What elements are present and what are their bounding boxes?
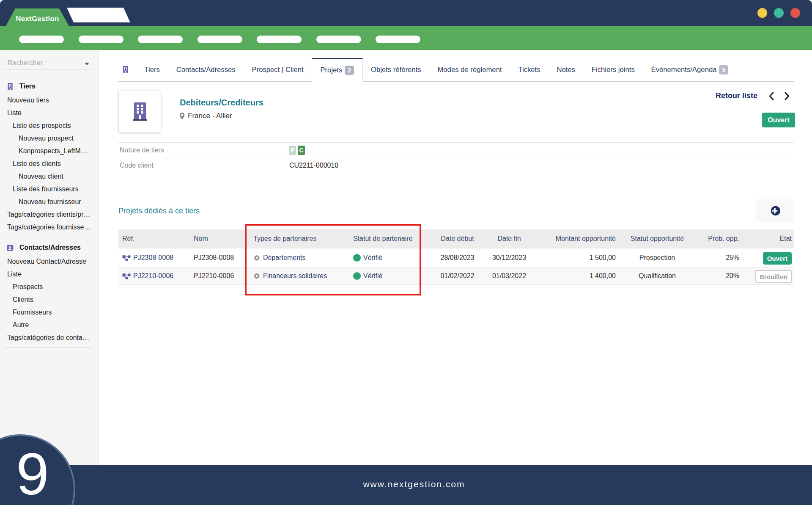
main-content: Tiers Contacts/Adresses Prospect | Clien… [99, 50, 812, 465]
column-header[interactable]: Statut de partenaire [349, 229, 436, 248]
nav-pill-placeholder[interactable] [198, 36, 242, 43]
sidebar-item-nouveau-contact-adresse[interactable]: Nouveau Contact/Adresse [0, 255, 99, 268]
project-ref-text: PJ2210-0006 [133, 272, 173, 280]
record-title[interactable]: Debiteurs/Crediteurs [180, 98, 263, 108]
column-header[interactable]: État [751, 229, 794, 248]
project-ref-link[interactable]: PJ2210-0006 [122, 272, 190, 280]
sidebar-item-kanprospects-leftm[interactable]: Kanprospects_LeftM… [0, 145, 99, 157]
tab-objets-referents[interactable]: Objets référents [363, 58, 430, 81]
chevron-right-icon[interactable] [784, 92, 790, 102]
map-pin-icon [179, 113, 185, 119]
sidebar-item-prospects[interactable]: Prospects [0, 281, 99, 293]
nav-pill-placeholder[interactable] [257, 36, 302, 43]
project-name-cell: PJ2308-0008 [190, 248, 250, 267]
tab-bar: Tiers Contacts/Adresses Prospect | Clien… [118, 58, 794, 82]
tab-label: Objets référents [371, 66, 421, 74]
tab-notes[interactable]: Notes [549, 58, 583, 81]
column-header[interactable]: Statut opportunité [620, 229, 695, 248]
record-status-button[interactable]: Ouvert [762, 113, 795, 127]
nav-pill-placeholder[interactable] [19, 36, 64, 43]
sidebar-item-nouveau-client[interactable]: Nouveau client [0, 170, 99, 183]
window-dot-red-icon[interactable] [790, 8, 800, 18]
nav-pill-placeholder[interactable] [376, 36, 420, 43]
probability-cell: 25% [695, 248, 751, 267]
column-header[interactable]: Date fin [479, 229, 540, 248]
sidebar-item-fournisseurs[interactable]: Fournisseurs [0, 306, 99, 319]
record-fields: Nature de tiers P C Code client CU2211-0… [118, 142, 794, 173]
sidebar-item-tags-categories-de-conta[interactable]: Tags/catégories de conta… [0, 331, 99, 344]
footer-url: www.nextgestion.com [0, 479, 812, 489]
sidebar-item-liste-des-prospects[interactable]: Liste des prospects [0, 119, 99, 132]
chevron-left-icon[interactable] [768, 92, 774, 102]
gear-icon [253, 273, 260, 279]
tab-label: Modes de règlement [437, 66, 502, 74]
partner-type-cell: Financeurs solidaires [253, 272, 349, 280]
sidebar-item-liste-des-fournisseurs[interactable]: Liste des fournisseurs [0, 183, 99, 196]
window-controls [757, 8, 800, 18]
partner-type-cell: Départements [253, 254, 349, 262]
column-header[interactable]: Date début [436, 229, 479, 248]
sidebar-item-liste[interactable]: Liste [0, 107, 99, 119]
field-value: CU2211-000010 [289, 162, 338, 169]
date-start-cell: 28/08/2023 [436, 248, 479, 267]
sidebar-item-liste-des-clients[interactable]: Liste des clients [0, 157, 99, 170]
tab-prospect-client[interactable]: Prospect | Client [244, 58, 312, 81]
sidebar-item-nouveau-fournisseur[interactable]: Nouveau fournisseur [0, 196, 99, 208]
tab-fichiers-joints[interactable]: Fichiers joints [583, 58, 643, 81]
column-header[interactable]: Prob. opp. [695, 229, 751, 248]
building-icon [133, 102, 147, 121]
sidebar-section-contacts-adresses[interactable]: Contacts/Adresses [0, 241, 99, 254]
sidebar-item-clients[interactable]: Clients [0, 293, 99, 306]
building-icon [7, 83, 14, 90]
tab-contacts-adresses[interactable]: Contacts/Adresses [168, 58, 244, 81]
search-input[interactable]: Rechercher [4, 56, 93, 69]
tab-home-building-icon[interactable] [118, 58, 136, 81]
sidebar: Rechercher Tiers Nouveau tiers Liste Lis… [0, 50, 99, 465]
sidebar-item-nouveau-tiers[interactable]: Nouveau tiers [0, 94, 99, 107]
nature-badges: P C [289, 146, 305, 155]
badge-prospect: P [289, 146, 296, 155]
window-dot-yellow-icon[interactable] [757, 8, 767, 18]
project-ref-link[interactable]: PJ2308-0008 [122, 254, 190, 262]
sidebar-section-tiers[interactable]: Tiers [0, 80, 99, 93]
nav-pill-placeholder[interactable] [316, 36, 361, 43]
return-to-list-link[interactable]: Retour liste [716, 91, 757, 100]
sidebar-item-tags-categories-clients-pr[interactable]: Tags/catégories clients/pr… [0, 208, 99, 221]
add-project-button[interactable] [756, 199, 793, 222]
sidebar-nav: Tiers Nouveau tiers Liste Liste des pros… [0, 80, 99, 352]
state-badge-button[interactable]: Ouvert [763, 252, 792, 265]
tab-projets[interactable]: Projets2 [312, 58, 363, 82]
nav-pill-placeholder[interactable] [79, 36, 123, 43]
plus-circle-icon [769, 205, 780, 216]
date-start-cell: 01/02/2022 [436, 267, 479, 284]
tab-tiers[interactable]: Tiers [136, 58, 168, 81]
top-window-bar: NextGestion [0, 0, 812, 26]
column-header[interactable]: Montant opportunité [540, 229, 620, 248]
column-header[interactable]: Types de partenaires [250, 229, 349, 248]
decorative-parallelogram [67, 8, 130, 22]
sidebar-item-tags-categories-fournisse[interactable]: Tags/catégories fournisse… [0, 221, 99, 234]
brand-logo-tab[interactable]: NextGestion [5, 8, 69, 27]
tab-modes-de-reglement[interactable]: Modes de règlement [429, 58, 510, 81]
caret-down-icon[interactable] [85, 63, 89, 65]
column-header[interactable]: Réf. [118, 229, 190, 248]
brand-name: NextGestion [16, 15, 59, 23]
tab-label: Tiers [144, 66, 159, 74]
sidebar-section-title: Contacts/Adresses [19, 244, 81, 251]
tab-label: Projets [320, 66, 342, 75]
sidebar-item-nouveau-prospect[interactable]: Nouveau prospect [0, 132, 99, 145]
page-number: 9 [16, 440, 49, 505]
sidebar-item-autre[interactable]: Autre [0, 319, 99, 331]
nav-pill-placeholder[interactable] [138, 36, 183, 43]
tab-label: Prospect | Client [252, 66, 303, 74]
tab-tickets[interactable]: Tickets [510, 58, 549, 81]
window-dot-green-icon[interactable] [774, 8, 784, 18]
project-name-cell: PJ2210-0006 [190, 267, 250, 284]
tab-evenements-agenda[interactable]: Événements/Agenda5 [643, 58, 737, 81]
partner-status-text: Vérifié [363, 272, 382, 280]
date-end-cell: 01/03/2022 [479, 267, 540, 284]
sidebar-item-liste[interactable]: Liste [0, 268, 99, 281]
state-badge-button[interactable]: Brouillon [755, 270, 792, 283]
column-header[interactable]: Nom [190, 229, 250, 248]
tab-label: Fichiers joints [592, 66, 635, 74]
